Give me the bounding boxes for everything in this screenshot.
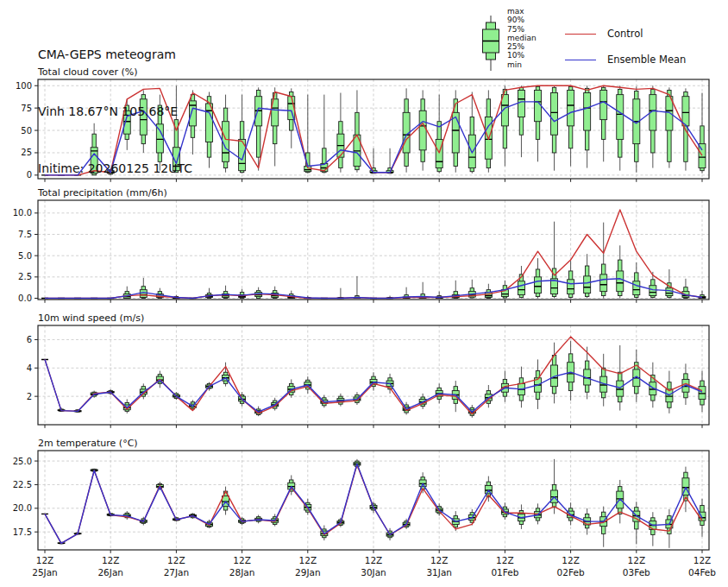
svg-text:12Z: 12Z (365, 555, 383, 565)
panel-3: 24610m wind speed (m/s) (27, 312, 709, 428)
panel-4: 17.520.022.525.02m temperature (°C) (13, 438, 709, 553)
svg-text:5.0: 5.0 (18, 251, 32, 261)
svg-text:25: 25 (21, 148, 32, 157)
svg-text:02Feb: 02Feb (557, 567, 585, 578)
svg-text:4: 4 (27, 363, 32, 373)
panel-title-4: 2m temperature (°C) (38, 438, 138, 449)
box-stat-label-min: min (507, 60, 537, 69)
svg-text:12Z: 12Z (36, 555, 54, 565)
svg-text:26Jan: 26Jan (97, 567, 123, 578)
svg-text:28Jan: 28Jan (229, 567, 255, 578)
box-stat-label-median: median (507, 34, 537, 42)
line-legend: Control Ensemble Mean (565, 21, 686, 73)
svg-text:12Z: 12Z (496, 555, 514, 565)
box-stat-label-10: 10% (507, 51, 537, 60)
svg-text:75: 75 (21, 104, 32, 113)
svg-text:25.0: 25.0 (13, 457, 32, 466)
legend-entry-ensemble-mean: Ensemble Mean (565, 47, 686, 73)
svg-text:31Jan: 31Jan (426, 567, 452, 578)
svg-text:29Jan: 29Jan (295, 567, 321, 578)
init-time: Initime: 20260125 12UTC (38, 159, 192, 178)
svg-text:12Z: 12Z (430, 555, 449, 565)
meteogram-page: 0255075100Total cloud cover (%)0.02.55.0… (0, 0, 728, 587)
svg-text:12Z: 12Z (102, 555, 120, 565)
svg-text:03Feb: 03Feb (623, 567, 650, 578)
svg-text:12Z: 12Z (299, 555, 317, 565)
svg-text:100: 100 (16, 81, 32, 91)
svg-text:12Z: 12Z (562, 555, 580, 565)
ensemble-mean-line-swatch (565, 60, 596, 60)
box-whisker-glyph (481, 10, 500, 78)
svg-text:12Z: 12Z (233, 555, 251, 565)
box-stat-labels: max 90% 75% median 25% 10% min (507, 7, 537, 69)
svg-text:7.5: 7.5 (18, 230, 32, 239)
svg-text:17.5: 17.5 (13, 527, 32, 537)
legend-label-ensemble-mean: Ensemble Mean (607, 54, 686, 66)
svg-text:6: 6 (27, 335, 32, 344)
control-line-swatch (565, 34, 596, 35)
station-location: Vinh 18.67°N 105.68°E (38, 102, 192, 121)
svg-text:2.5: 2.5 (18, 272, 32, 281)
svg-text:2: 2 (27, 392, 32, 401)
svg-text:12Z: 12Z (693, 555, 712, 565)
legend-label-control: Control (607, 28, 643, 40)
page-title: CMA-GEPS meteogram (38, 45, 192, 64)
box-stat-label-90: 90% (507, 16, 537, 24)
svg-text:50: 50 (21, 126, 32, 136)
box-stat-label-75: 75% (507, 25, 537, 34)
chart-header: CMA-GEPS meteogram Vinh 18.67°N 105.68°E… (38, 7, 192, 216)
svg-text:20.0: 20.0 (13, 503, 32, 513)
svg-text:0.0: 0.0 (18, 294, 32, 303)
svg-text:27Jan: 27Jan (164, 567, 190, 578)
svg-text:01Feb: 01Feb (491, 567, 518, 578)
x-axis-labels: 12Z25Jan12Z26Jan12Z27Jan12Z28Jan12Z29Jan… (32, 555, 716, 578)
svg-text:10.0: 10.0 (13, 208, 32, 218)
box-stat-label-max: max (507, 7, 537, 16)
panel-title-3: 10m wind speed (m/s) (38, 312, 144, 324)
svg-text:12Z: 12Z (167, 555, 185, 565)
legend-entry-control: Control (565, 21, 686, 47)
svg-text:12Z: 12Z (628, 555, 646, 565)
svg-text:0: 0 (27, 170, 32, 180)
svg-text:25Jan: 25Jan (32, 567, 58, 578)
box-stat-label-25: 25% (507, 42, 537, 51)
svg-text:04Feb: 04Feb (688, 567, 716, 578)
svg-text:30Jan: 30Jan (361, 567, 386, 578)
svg-text:22.5: 22.5 (13, 480, 32, 489)
